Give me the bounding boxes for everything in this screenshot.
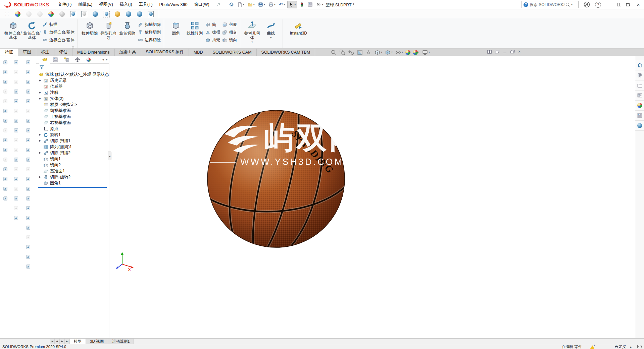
expand-arrow-icon[interactable]: ▶ <box>39 133 42 136</box>
boundary-boss-button[interactable]: 边界凸台/基体 <box>43 37 75 43</box>
search-input[interactable] <box>530 2 564 7</box>
pin-menu-icon[interactable] <box>216 2 221 7</box>
render-queue-icon[interactable] <box>136 11 143 17</box>
open-button[interactable]: ▾ <box>247 1 256 8</box>
command-tab[interactable]: 草图 <box>18 49 36 56</box>
toolbar-icon[interactable] <box>12 117 20 124</box>
toolbar-icon[interactable] <box>12 166 20 173</box>
proof-sheet-icon[interactable] <box>147 11 154 17</box>
toolbar-icon[interactable] <box>24 59 32 66</box>
toolbar-icon[interactable] <box>2 136 9 143</box>
select-tool-button[interactable]: ▾ <box>287 1 297 8</box>
lofted-boss-button[interactable]: 放样凸台/基体 <box>43 29 75 36</box>
previous-view-icon[interactable] <box>348 49 354 56</box>
toolbar-icon[interactable] <box>12 78 20 85</box>
revolved-cut-button[interactable]: 旋转切除 <box>118 20 137 36</box>
intersect-button[interactable]: 相交 <box>222 29 237 36</box>
edit-decal-icon[interactable] <box>59 11 65 17</box>
tree-item[interactable]: ▶ 前视基准面 <box>36 108 109 114</box>
tree-item[interactable]: ▶ 原点 <box>36 126 109 132</box>
tree-item[interactable]: ▶ 注解 <box>36 90 109 96</box>
tree-item[interactable]: ▶ 旋转1 <box>36 132 109 138</box>
doc-restore-icon[interactable] <box>510 50 515 54</box>
chevron-down-icon[interactable]: ▾ <box>402 51 403 54</box>
toolbar-icon[interactable] <box>12 214 20 221</box>
rebuild-button[interactable] <box>298 1 305 8</box>
boundary-cut-button[interactable]: 边界切除 <box>138 37 161 43</box>
tree-item[interactable]: ▶ 实体(2) <box>36 96 109 102</box>
shell-button[interactable]: 抽壳 <box>205 37 220 43</box>
toolbar-icon[interactable] <box>24 156 32 163</box>
next-tab-button[interactable]: ▶ <box>60 339 65 344</box>
draft-button[interactable]: 拔模 <box>205 29 220 36</box>
zoom-area-icon[interactable] <box>339 49 346 56</box>
toolbar-icon[interactable] <box>2 78 9 85</box>
swept-cut-button[interactable]: 扫描切除 <box>138 21 161 28</box>
copy-appearance-icon[interactable] <box>26 11 32 17</box>
minimize-button[interactable]: — <box>606 2 612 7</box>
menu-item[interactable]: PhotoView 360 <box>156 2 191 7</box>
toolbar-icon[interactable] <box>24 107 32 114</box>
toolbar-icon[interactable] <box>12 156 20 163</box>
undo-button[interactable]: ↶▾ <box>278 1 286 8</box>
toolbar-icon[interactable] <box>2 88 9 95</box>
command-tab[interactable]: 特征 <box>0 49 18 56</box>
document-tab[interactable]: 3D 视图 <box>86 339 108 344</box>
toolbar-icon[interactable] <box>24 263 32 270</box>
expand-arrow-icon[interactable]: ▶ <box>39 79 42 82</box>
toolbar-icon[interactable] <box>24 234 32 241</box>
chevron-down-icon[interactable]: ▾ <box>391 51 393 54</box>
expand-arrow-icon[interactable]: ▶ <box>39 97 42 100</box>
menu-item[interactable]: 工具(T) <box>136 2 156 7</box>
graphics-viewport[interactable]: SPALDING 屿双网 WWW.YSH3D.COM <box>109 56 635 338</box>
doc-close-icon[interactable]: × <box>518 50 521 54</box>
tree-item[interactable]: ▶ 镜向1 <box>36 156 109 162</box>
paste-appearance-icon[interactable] <box>37 11 43 17</box>
lofted-cut-button[interactable]: 放样切割 <box>138 29 161 36</box>
tree-item[interactable]: ▶ 切除-扫描1 <box>36 138 109 144</box>
basketball-model[interactable]: SPALDING <box>206 109 346 248</box>
toolbar-icon[interactable] <box>2 68 9 75</box>
toolbar-icon[interactable] <box>12 146 20 153</box>
toolbar-icon[interactable] <box>12 68 20 75</box>
toolbar-icon[interactable] <box>12 205 20 212</box>
command-tab[interactable]: 标注 <box>36 49 54 56</box>
tab-configurationmanager[interactable] <box>61 56 72 64</box>
toolbar-icon[interactable] <box>2 98 9 105</box>
chevron-down-icon[interactable]: ▾ <box>429 51 430 54</box>
toolbar-icon[interactable] <box>24 185 32 192</box>
chevron-down-icon[interactable]: ▾ <box>571 3 573 6</box>
toolbar-icon[interactable] <box>24 166 32 173</box>
mirror-button[interactable]: 镜向 <box>222 37 237 43</box>
apply-scene-icon[interactable]: ▾ <box>413 50 419 55</box>
menu-item[interactable]: 编辑(E) <box>75 2 96 7</box>
toolbar-icon[interactable] <box>24 224 32 231</box>
tree-item[interactable]: ▶ 切除-扫描2 <box>36 150 109 156</box>
toolbar-icon[interactable] <box>24 146 32 153</box>
tab-dimxpertmanager[interactable] <box>72 56 83 64</box>
maximize-button[interactable] <box>617 3 621 6</box>
reference-geometry-button[interactable]: 参考几何体▾ <box>243 20 261 44</box>
prev-tab-button[interactable]: ◀ <box>55 339 60 344</box>
tree-item[interactable]: ▶ 基准面1 <box>36 168 109 174</box>
toolbar-icon[interactable] <box>24 214 32 221</box>
appearances-scenes-icon[interactable] <box>635 101 644 111</box>
solidworks-forum-icon[interactable] <box>635 121 644 131</box>
tree-item[interactable]: ▶ 上视基准面 <box>36 114 109 120</box>
hide-show-items-icon[interactable]: ▾ <box>395 49 403 56</box>
chevron-down-icon[interactable]: ▾ <box>418 51 419 54</box>
doc-minimize-icon[interactable] <box>503 50 507 54</box>
view-orientation-icon[interactable]: ▾ <box>374 49 382 56</box>
display-style-icon[interactable]: ▾ <box>385 49 393 56</box>
tree-item[interactable]: ▶ 传感器 <box>36 83 109 90</box>
status-customize[interactable]: 自定义 <box>615 344 627 349</box>
expand-arrow-icon[interactable]: ▶ <box>39 139 42 142</box>
toolbar-icon[interactable] <box>12 98 20 105</box>
rollback-bar[interactable] <box>38 187 107 188</box>
command-tab[interactable]: MBD <box>189 49 208 56</box>
tree-root[interactable]: 篮球 (默认<<默认>_外观 显示状态>) <box>36 71 109 77</box>
tab-displaymanager[interactable] <box>83 56 94 64</box>
tree-item[interactable]: ▶ 镜向2 <box>36 162 109 168</box>
toolbar-icon[interactable] <box>2 146 9 153</box>
rib-button[interactable]: 筋 <box>205 21 220 28</box>
